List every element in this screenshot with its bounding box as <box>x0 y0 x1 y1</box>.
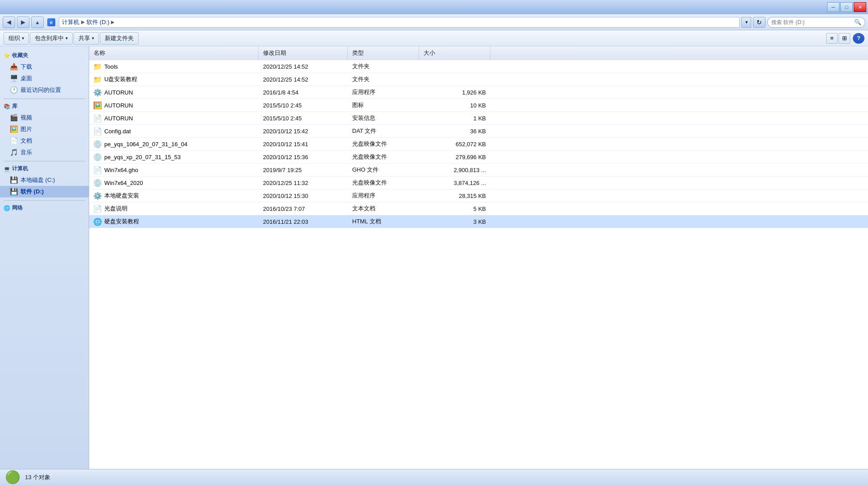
file-type-icon: 📄 <box>94 127 102 135</box>
file-type-icon: 💿 <box>94 153 102 161</box>
breadcrumb-computer[interactable]: 计算机 <box>62 18 79 26</box>
file-type: 文本文档 <box>348 202 419 215</box>
view-toggle-button[interactable]: ≡ <box>826 33 838 44</box>
file-type: 应用程序 <box>348 86 419 99</box>
file-name-cell: 📄 Config.dat <box>89 125 259 137</box>
organize-button[interactable]: 组织 ▾ <box>4 32 29 45</box>
sidebar-item-desktop-label: 桌面 <box>21 74 32 82</box>
file-name: Tools <box>104 63 118 70</box>
file-name-cell: 💿 pe_yqs_xp_20_07_31_15_53 <box>89 151 259 163</box>
sidebar-item-local-d-label: 软件 (D:) <box>21 188 44 196</box>
back-button[interactable]: ◀ <box>3 16 15 28</box>
file-name-cell: 🌐 硬盘安装教程 <box>89 215 259 228</box>
computer-section: 💻 计算机 💾 本地磁盘 (C:) 💾 软件 (D:) <box>0 163 89 197</box>
maximize-button[interactable]: □ <box>840 2 853 12</box>
file-name-cell: 💿 Win7x64_2020 <box>89 177 259 189</box>
file-date: 2020/12/25 14:52 <box>259 74 348 85</box>
file-date: 2015/5/10 2:45 <box>259 113 348 124</box>
library-header: 📚 库 <box>0 101 89 112</box>
table-row[interactable]: 💿 Win7x64_2020 2020/12/25 11:32 光盘映像文件 3… <box>89 177 868 189</box>
sidebar-item-picture[interactable]: 🖼️ 图片 <box>0 123 89 135</box>
library-label: 库 <box>12 103 17 110</box>
divider-3 <box>4 200 85 201</box>
file-name: Win7x64_2020 <box>104 180 143 186</box>
sidebar-item-video-label: 视频 <box>21 114 32 122</box>
favorites-header: ⭐ 收藏夹 <box>0 50 89 61</box>
table-row[interactable]: ⚙️ 本地硬盘安装 2020/10/12 15:30 应用程序 28,315 K… <box>89 189 868 202</box>
file-type-icon: 💿 <box>94 140 102 148</box>
file-name: U盘安装教程 <box>104 75 137 83</box>
sidebar-item-desktop[interactable]: 🖥️ 桌面 <box>0 73 89 84</box>
file-date: 2016/1/8 4:54 <box>259 87 348 98</box>
col-name[interactable]: 名称 <box>89 46 259 60</box>
file-type-icon: ⚙️ <box>94 192 102 200</box>
file-type-icon: 📄 <box>94 166 102 174</box>
table-row[interactable]: 📄 AUTORUN 2015/5/10 2:45 安装信息 1 KB <box>89 112 868 125</box>
file-name: 硬盘安装教程 <box>104 218 139 226</box>
include-library-button[interactable]: 包含到库中 ▾ <box>30 32 73 45</box>
breadcrumb[interactable]: 计算机 ▶ 软件 (D:) ▶ <box>59 17 740 28</box>
minimize-button[interactable]: ─ <box>827 2 839 12</box>
location-icon: e <box>45 16 57 28</box>
search-input[interactable] <box>771 19 852 25</box>
sidebar-item-local-d[interactable]: 💾 软件 (D:) <box>0 186 89 197</box>
addressbar: ◀ ▶ ▲ e 计算机 ▶ 软件 (D:) ▶ ▾ ↻ 🔍 <box>0 14 868 30</box>
refresh-button[interactable]: ↻ <box>753 17 765 28</box>
forward-button[interactable]: ▶ <box>17 16 29 28</box>
table-row[interactable]: 💿 pe_yqs_1064_20_07_31_16_04 2020/10/12 … <box>89 138 868 151</box>
view-controls: ≡ ⊞ ? <box>826 33 864 44</box>
close-button[interactable]: ✕ <box>854 2 866 12</box>
share-button[interactable]: 共享 ▾ <box>74 32 99 45</box>
file-type: 文件夹 <box>348 73 419 86</box>
table-row[interactable]: 🌐 硬盘安装教程 2016/11/21 22:03 HTML 文档 3 KB <box>89 215 868 228</box>
col-type[interactable]: 类型 <box>348 46 419 60</box>
table-row[interactable]: 💿 pe_yqs_xp_20_07_31_15_53 2020/10/12 15… <box>89 151 868 164</box>
help-button[interactable]: ? <box>853 33 864 44</box>
file-size: 28,315 KB <box>419 190 490 201</box>
col-date[interactable]: 修改日期 <box>259 46 348 60</box>
file-area: 名称 修改日期 类型 大小 📁 Tools 2020/12/25 14:52 文… <box>89 46 868 469</box>
file-name: AUTORUN <box>104 89 133 96</box>
file-date: 2020/12/25 14:52 <box>259 61 348 72</box>
sidebar-item-video[interactable]: 🎬 视频 <box>0 112 89 123</box>
file-type-icon: 🌐 <box>94 218 102 226</box>
col-size[interactable]: 大小 <box>419 46 490 60</box>
address-dropdown[interactable]: ▾ <box>741 17 751 28</box>
breadcrumb-drive[interactable]: 软件 (D:) <box>86 18 109 26</box>
table-row[interactable]: 🖼️ AUTORUN 2015/5/10 2:45 图标 10 KB <box>89 99 868 112</box>
file-size: 3,874,126 ... <box>419 177 490 189</box>
recent-icon: 🕐 <box>10 86 18 94</box>
search-box[interactable]: 🔍 <box>767 17 865 28</box>
file-date: 2020/12/25 11:32 <box>259 177 348 189</box>
table-row[interactable]: ⚙️ AUTORUN 2016/1/8 4:54 应用程序 1,926 KB <box>89 86 868 99</box>
table-row[interactable]: 📄 Win7x64.gho 2019/9/7 19:25 GHO 文件 2,90… <box>89 164 868 177</box>
sidebar-item-recent-label: 最近访问的位置 <box>21 86 61 94</box>
table-row[interactable]: 📁 Tools 2020/12/25 14:52 文件夹 <box>89 60 868 73</box>
status-text: 13 个对象 <box>25 473 50 481</box>
file-list-body[interactable]: 📁 Tools 2020/12/25 14:52 文件夹 📁 U盘安装教程 20… <box>89 60 868 469</box>
file-type: 文件夹 <box>348 60 419 73</box>
sidebar-item-recent[interactable]: 🕐 最近访问的位置 <box>0 84 89 96</box>
up-button[interactable]: ▲ <box>31 16 44 28</box>
file-date: 2020/10/12 15:41 <box>259 139 348 150</box>
table-row[interactable]: 📄 光盘说明 2016/10/23 7:07 文本文档 5 KB <box>89 202 868 215</box>
new-folder-button[interactable]: 新建文件夹 <box>100 32 139 45</box>
file-size: 652,072 KB <box>419 139 490 150</box>
file-name: AUTORUN <box>104 102 133 109</box>
table-row[interactable]: 📄 Config.dat 2020/10/12 15:42 DAT 文件 36 … <box>89 125 868 138</box>
file-type-icon: 📁 <box>94 75 102 83</box>
sidebar-item-music[interactable]: 🎵 音乐 <box>0 147 89 158</box>
sidebar: ⭐ 收藏夹 📥 下载 🖥️ 桌面 🕐 最近访问的位置 📚 库 <box>0 46 89 469</box>
view-mode-button[interactable]: ⊞ <box>839 33 850 44</box>
file-type: 光盘映像文件 <box>348 151 419 163</box>
file-date: 2016/10/23 7:07 <box>259 203 348 214</box>
sidebar-item-local-c[interactable]: 💾 本地磁盘 (C:) <box>0 174 89 186</box>
table-row[interactable]: 📁 U盘安装教程 2020/12/25 14:52 文件夹 <box>89 73 868 86</box>
statusbar: 🟢 13 个对象 <box>0 469 868 485</box>
file-name-cell: 📁 U盘安装教程 <box>89 73 259 86</box>
document-icon: 📄 <box>10 137 18 145</box>
music-icon: 🎵 <box>10 148 18 156</box>
sidebar-item-download[interactable]: 📥 下载 <box>0 61 89 73</box>
sidebar-item-document[interactable]: 📄 文档 <box>0 135 89 147</box>
file-name: 本地硬盘安装 <box>104 192 139 200</box>
